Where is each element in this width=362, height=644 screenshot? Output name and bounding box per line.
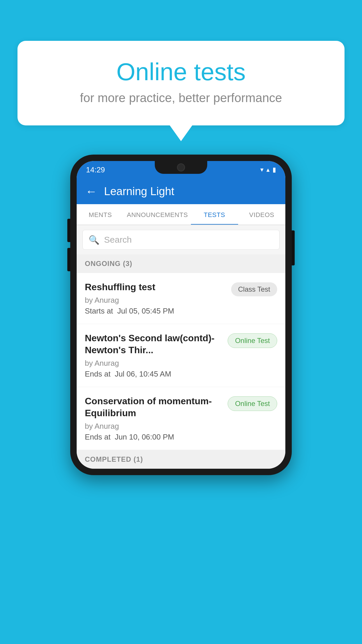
battery-icon: ▮: [273, 166, 276, 174]
test-item-reshuffling[interactable]: Reshuffling test by Anurag Starts at Jul…: [77, 273, 285, 324]
power-button: [292, 230, 295, 265]
badge-class-test: Class Test: [231, 282, 277, 296]
app-title: Learning Light: [104, 185, 174, 198]
bubble-title: Online tests: [41, 58, 321, 85]
app-header: ← Learning Light: [77, 178, 285, 204]
phone-notch: [155, 161, 207, 174]
tabs-container: MENTS ANNOUNCEMENTS TESTS VIDEOS: [77, 204, 285, 225]
test-date-reshuffling: Starts at Jul 05, 05:45 PM: [85, 307, 226, 316]
signal-icon: ▴: [266, 166, 270, 174]
search-placeholder: Search: [104, 235, 132, 245]
search-container: 🔍 Search: [77, 225, 285, 254]
test-by-reshuffling: by Anurag: [85, 296, 226, 305]
test-by-newton: by Anurag: [85, 359, 223, 368]
badge-online-test-newton: Online Test: [228, 333, 277, 348]
volume-down-button: [67, 248, 70, 271]
test-name-conservation: Conservation of momentum-Equilibrium: [85, 395, 223, 419]
completed-section-header: COMPLETED (1): [77, 450, 285, 469]
test-info-newton: Newton's Second law(contd)-Newton's Thir…: [85, 332, 223, 379]
speech-bubble: Online tests for more practice, better p…: [17, 41, 345, 125]
test-name-newton: Newton's Second law(contd)-Newton's Thir…: [85, 332, 223, 356]
test-date-newton: Ends at Jul 06, 10:45 AM: [85, 370, 223, 379]
bubble-subtitle: for more practice, better performance: [41, 91, 321, 105]
speech-bubble-container: Online tests for more practice, better p…: [17, 41, 345, 125]
back-arrow-icon[interactable]: ←: [85, 185, 97, 198]
test-date-conservation: Ends at Jun 10, 06:00 PM: [85, 433, 223, 442]
completed-section-label: COMPLETED (1): [85, 455, 143, 463]
phone-screen: 14:29 ▾ ▴ ▮ ← Learning Light MENTS ANNOU…: [77, 161, 285, 469]
test-item-conservation[interactable]: Conservation of momentum-Equilibrium by …: [77, 387, 285, 450]
test-item-newton[interactable]: Newton's Second law(contd)-Newton's Thir…: [77, 324, 285, 387]
test-info-reshuffling: Reshuffling test by Anurag Starts at Jul…: [85, 281, 226, 316]
phone-body: 14:29 ▾ ▴ ▮ ← Learning Light MENTS ANNOU…: [70, 155, 292, 475]
ongoing-section-label: ONGOING (3): [85, 260, 132, 267]
status-time: 14:29: [86, 165, 105, 174]
tab-videos[interactable]: VIDEOS: [238, 204, 285, 225]
search-icon: 🔍: [89, 235, 99, 245]
badge-online-test-conservation: Online Test: [228, 396, 277, 411]
wifi-icon: ▾: [260, 166, 263, 174]
test-info-conservation: Conservation of momentum-Equilibrium by …: [85, 395, 223, 442]
search-input[interactable]: 🔍 Search: [82, 230, 280, 250]
ongoing-section-header: ONGOING (3): [77, 254, 285, 273]
phone-camera: [177, 163, 185, 172]
tab-ments[interactable]: MENTS: [77, 204, 124, 225]
phone-container: 14:29 ▾ ▴ ▮ ← Learning Light MENTS ANNOU…: [70, 155, 292, 475]
volume-up-button: [67, 219, 70, 242]
test-name-reshuffling: Reshuffling test: [85, 281, 226, 293]
tab-announcements[interactable]: ANNOUNCEMENTS: [124, 204, 191, 225]
tab-tests[interactable]: TESTS: [191, 204, 238, 225]
status-icons: ▾ ▴ ▮: [260, 166, 276, 174]
test-by-conservation: by Anurag: [85, 422, 223, 431]
